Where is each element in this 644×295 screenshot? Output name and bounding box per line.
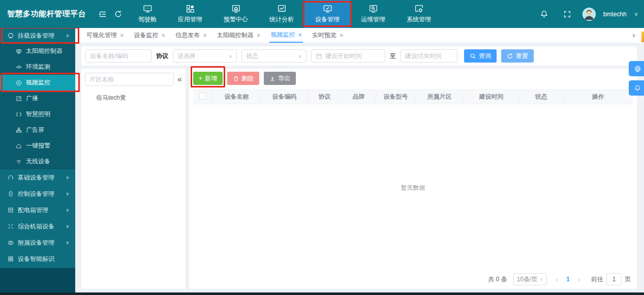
goto-page-input[interactable] — [606, 273, 622, 285]
search-button[interactable]: 查询 — [464, 49, 497, 63]
sidebar-item-integrated-cabinet-device[interactable]: 综合机箱设备 ∨ — [0, 218, 75, 234]
close-icon[interactable]: × — [340, 32, 344, 39]
device-table-panel: + 新增 删除 导出 设备名称 设备编码 协议 品牌 设备型号 所属片区 建设时… — [189, 69, 637, 289]
sidebar-item-ad-screen[interactable]: 广告屏 — [0, 122, 75, 138]
sidebar-item-label: 挂载设备管理 — [18, 32, 54, 40]
app-logo: 智慧多功能杆管理平台 — [0, 9, 95, 19]
status-select[interactable]: 状态 ∨ — [241, 49, 306, 63]
build-end-date-picker[interactable]: 建设结束时间 — [401, 49, 457, 63]
prev-page-icon[interactable]: ‹ — [553, 276, 561, 283]
sidebar-menu: 挂载设备管理 ∧ 太阳能控制器 </> 环境监测 视频监控 广播 — [0, 28, 75, 268]
collapse-arrows-icon — [7, 223, 14, 229]
sidebar-item-environment-monitoring[interactable]: </> 环境监测 — [0, 59, 75, 75]
tab-visualization-mgmt[interactable]: 可视化管理 × — [85, 28, 125, 43]
tab-info-publishing[interactable]: 信息发布 × — [174, 28, 208, 43]
tabs-dropdown-chevron-icon[interactable]: ∨ — [632, 32, 636, 39]
sidebar-item-mounted-device-mgmt[interactable]: 挂载设备管理 ∧ — [0, 28, 75, 43]
nav-label: 设备管理 — [315, 15, 340, 24]
sidebar-item-attached-device-mgmt[interactable]: 附属设备管理 ∨ — [0, 234, 75, 251]
battery-icon — [7, 191, 14, 197]
username[interactable]: bmtechh — [603, 11, 627, 18]
nav-label: 预警中心 — [224, 15, 248, 24]
page-size-select[interactable]: 10条/页 ∨ — [513, 273, 547, 285]
reset-icon — [507, 53, 513, 60]
column-header: 所属片区 — [416, 93, 464, 101]
close-icon[interactable]: × — [120, 32, 124, 39]
sidebar-item-device-smart-id[interactable]: 设备智能标识 — [0, 251, 75, 267]
chart-icon — [277, 4, 287, 14]
nav-item-ops-management[interactable]: 运维管理 — [350, 0, 396, 28]
nav-item-alert-center[interactable]: 预警中心 — [213, 0, 259, 28]
page-number[interactable]: 1 — [564, 276, 572, 283]
sidebar-item-label: 广告屏 — [26, 126, 44, 134]
nav-item-statistics[interactable]: 统计分析 — [259, 0, 304, 28]
calendar-icon — [316, 53, 322, 60]
close-icon[interactable]: × — [298, 32, 302, 38]
device-name-input[interactable] — [85, 49, 151, 63]
nav-item-device-management[interactable]: 设备管理 — [304, 0, 350, 28]
close-icon[interactable]: × — [203, 32, 207, 39]
user-menu-chevron-icon[interactable]: ∨ — [634, 11, 638, 17]
tab-label: 太阳能控制器 — [217, 31, 254, 40]
trash-icon — [233, 75, 239, 82]
sidebar-item-solar-controller[interactable]: 太阳能控制器 — [0, 43, 75, 59]
pagination-total: 共 0 条 — [488, 275, 507, 284]
sidebar-item-basic-device-mgmt[interactable]: 基础设备管理 ∨ — [0, 169, 75, 186]
tree-node-area[interactable]: 佰马tech黄 — [85, 86, 182, 102]
tab-solar-controller[interactable]: 太阳能控制器 × — [216, 28, 262, 43]
column-header: 状态 — [519, 93, 563, 101]
add-button[interactable]: + 新增 — [193, 72, 223, 85]
sidebar-item-video-surveillance[interactable]: 视频监控 — [0, 75, 75, 91]
fold-menu-icon[interactable] — [95, 7, 110, 22]
sidebar-item-smart-lighting[interactable]: 智慧照明 — [0, 106, 75, 122]
sidebar-item-control-device-mgmt[interactable]: 控制设备管理 ∨ — [0, 186, 75, 202]
close-icon[interactable]: × — [162, 32, 166, 39]
protocol-label: 协议 — [156, 52, 168, 61]
siren-icon — [231, 4, 241, 14]
sidebar-item-one-key-alarm[interactable]: 一键报警 — [0, 138, 75, 154]
chevron-down-icon: ∨ — [540, 277, 543, 282]
page-unit-label: 页 — [625, 275, 631, 284]
camera-icon — [7, 240, 14, 246]
nav-item-system-management[interactable]: 系统管理 — [396, 0, 442, 28]
edit-square-icon — [15, 96, 22, 102]
collapse-panel-icon[interactable]: « — [177, 75, 182, 83]
nav-item-app-management[interactable]: 应用管理 — [167, 0, 213, 28]
column-header: 设备名称 — [212, 93, 261, 101]
chevron-down-icon: ∨ — [66, 224, 69, 229]
export-button[interactable]: 导出 — [264, 72, 296, 85]
column-header: 建设时间 — [464, 93, 519, 101]
sidebar-item-wireless-device[interactable]: 无线设备 — [0, 154, 75, 169]
nav-label: 运维管理 — [361, 15, 385, 24]
notifications-fab-button[interactable] — [629, 80, 644, 96]
sidebar-submenu: 太阳能控制器 </> 环境监测 视频监控 广播 智慧照明 广告屏 — [0, 43, 75, 169]
tab-live-preview[interactable]: 实时预览 × — [311, 28, 345, 43]
sidebar-item-label: 配电箱管理 — [18, 206, 48, 215]
sidebar-item-distribution-box-mgmt[interactable]: 配电箱管理 ∨ — [0, 202, 75, 218]
select-all-checkbox[interactable] — [199, 93, 206, 100]
sidebar-item-label: 设备智能标识 — [18, 255, 54, 263]
sidebar-item-broadcast[interactable]: 广播 — [0, 91, 75, 106]
sidebar-item-label: 控制设备管理 — [18, 190, 54, 198]
table-toolbar: + 新增 删除 导出 — [193, 72, 633, 85]
bell-icon[interactable] — [537, 7, 552, 22]
refresh-icon[interactable] — [110, 7, 126, 22]
sidebar-item-label: 附属设备管理 — [18, 239, 54, 247]
top-nav: 驾驶舱 应用管理 预警中心 统计分析 设备管理 运维管理 系统管理 — [128, 0, 442, 28]
tab-device-monitoring[interactable]: 设备监控 × — [133, 28, 167, 43]
area-name-input[interactable] — [85, 73, 174, 86]
nav-item-cockpit[interactable]: 驾驶舱 — [128, 0, 167, 28]
build-start-date-picker[interactable]: 建设开始时间 — [311, 49, 385, 63]
next-page-icon[interactable]: › — [575, 276, 583, 283]
table-empty-state: 暂无数据 — [193, 104, 633, 272]
protocol-select[interactable]: 请选择 ∨ — [173, 49, 237, 63]
filter-bar: 协议 请选择 ∨ 状态 ∨ 建设开始时间 至 建设结束时间 查询 重置 — [81, 46, 637, 66]
delete-button[interactable]: 删除 — [227, 72, 259, 85]
tab-video-surveillance[interactable]: 视频监控 × — [269, 28, 303, 43]
reset-button[interactable]: 重置 — [501, 49, 534, 63]
bracket-screen-icon — [15, 111, 22, 117]
close-icon[interactable]: × — [257, 32, 261, 39]
user-avatar[interactable] — [582, 8, 596, 21]
fullscreen-icon[interactable] — [560, 7, 575, 22]
settings-fab-button[interactable] — [629, 61, 644, 76]
